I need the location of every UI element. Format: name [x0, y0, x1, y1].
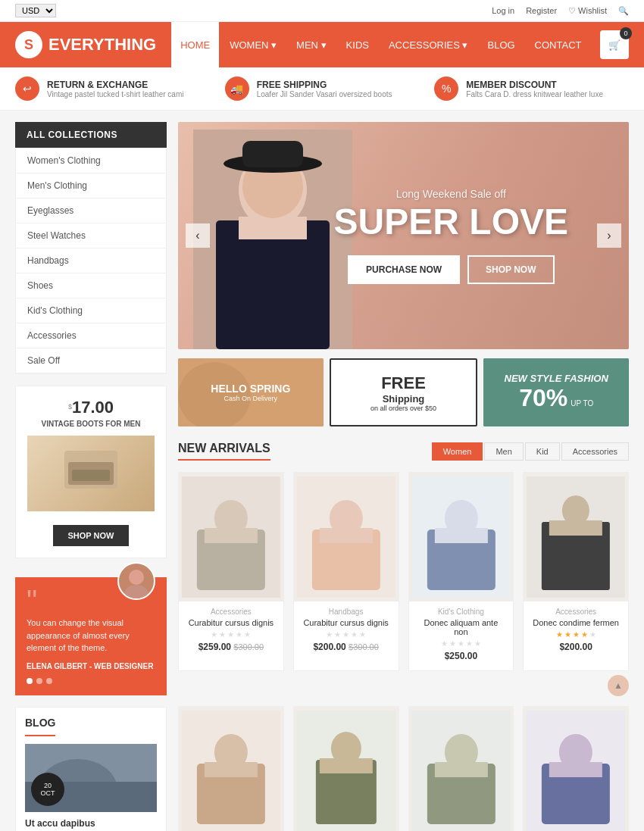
sidebar-sale-off[interactable]: Sale Off [16, 348, 166, 373]
register-link[interactable]: Register [526, 6, 557, 15]
promo-return: ↩ RETURN & EXCHANGE Vintage pastel tucke… [15, 77, 210, 101]
hero-prev-button[interactable]: ‹ [186, 223, 210, 248]
blog-post-date: 20 OCT [31, 773, 64, 806]
svg-rect-41 [320, 758, 373, 773]
main-content: ALL COLLECTIONS Women's Clothing Men's C… [0, 111, 644, 831]
top-bar-actions: Log in Register ♡ Wishlist 🔍 [492, 6, 629, 16]
cart-button[interactable]: 🛒 0 [600, 30, 629, 59]
product-category-2: Handbags [302, 608, 391, 616]
promo-banner-fashion[interactable]: NEW STYLE FASHION 70% UP TO [483, 358, 629, 426]
dot-1[interactable] [27, 678, 33, 684]
purchase-now-button[interactable]: PURCHASE NOW [348, 255, 460, 284]
promo-banner-spring[interactable]: HELLO SPRING Cash On Delivery [178, 358, 324, 426]
nav-men[interactable]: MEN ▾ [287, 22, 336, 67]
nav-women[interactable]: WOMEN ▾ [220, 22, 286, 67]
search-icon[interactable]: 🔍 [618, 6, 629, 16]
svg-rect-10 [216, 220, 330, 349]
product-stars-1: ★★★★★ [186, 630, 276, 639]
testimonial-author: ELENA GILBERT - Web designer [27, 662, 155, 670]
svg-rect-25 [320, 528, 373, 543]
dot-3[interactable] [46, 678, 52, 684]
svg-point-3 [129, 570, 144, 585]
product-name-2: Curabitur cursus dignis [302, 618, 391, 627]
product-card-6[interactable]: Accessories Donec justo condimentu... ★★… [293, 706, 399, 831]
product-stars-3: ★★★★★ [417, 639, 506, 648]
top-bar: USD Log in Register ♡ Wishlist 🔍 [0, 0, 644, 22]
svg-rect-37 [205, 762, 258, 777]
arrivals-tabs: Women Men Kid Accessories [432, 442, 629, 461]
new-arrivals-section: NEW ARRIVALS Women Men Kid Accessories [178, 442, 629, 831]
nav-home[interactable]: HOME [171, 22, 219, 67]
sidebar-handbags[interactable]: Handbags [16, 248, 166, 273]
scroll-top-button[interactable]: ▲ [608, 675, 629, 696]
logo-text: EVERYTHING [48, 35, 156, 55]
hero-subtitle: Long Weekend Sale off [334, 188, 568, 200]
sidebar-steel-watches[interactable]: Steel Watches [16, 223, 166, 248]
product-card-3[interactable]: Kid's Clothing Donec aliquam ante non ★★… [408, 472, 514, 671]
nav-kids[interactable]: KIDS [337, 22, 378, 67]
promo-return-text: RETURN & EXCHANGE Vintage pastel tucked … [47, 79, 183, 98]
svg-point-4 [125, 585, 148, 598]
hero-next-button[interactable]: › [597, 223, 621, 248]
sidebar-shoes[interactable]: Shoes [16, 273, 166, 298]
blog-post-image: 20 OCT [25, 744, 157, 812]
promo-product-title: VINTAGE BOOTS FOR MEN [27, 420, 155, 428]
currency-dropdown[interactable]: USD [15, 4, 56, 17]
scroll-top-area: ▲ [178, 675, 629, 702]
product-info-2: Handbags Curabitur cursus dignis ★★★★★ $… [294, 601, 399, 652]
wishlist-link[interactable]: ♡ Wishlist [568, 6, 607, 16]
shipping-condition: on all orders over $50 [370, 405, 436, 412]
logo[interactable]: S EVERYTHING [15, 31, 156, 58]
product-category-4: Accessories [531, 608, 621, 616]
promo-banner-free-shipping[interactable]: FREE Shipping on all orders over $50 [330, 358, 478, 426]
blog-date-month: OCT [41, 789, 55, 797]
shipping-text: Shipping [370, 393, 436, 405]
nav-accessories[interactable]: ACCESSORIES ▾ [380, 22, 477, 67]
promo-discount: % MEMBER DISCOUNT Falts Cara D. dress kn… [434, 77, 629, 101]
promo-shop-now-button[interactable]: SHOP NOW [53, 525, 130, 546]
svg-rect-21 [205, 528, 258, 543]
collections-header: ALL COLLECTIONS [15, 122, 167, 148]
shipping-icon: 🚚 [225, 77, 249, 101]
product-info-4: Accessories Donec condime fermen ★★★★★ $… [524, 601, 628, 652]
product-card-8[interactable]: Eyeglasses Sample Product ★★★★★ $200.00 … [523, 706, 629, 831]
fashion-title: NEW STYLE FASHION [505, 373, 608, 384]
shop-now-button[interactable]: SHOP NOW [467, 255, 554, 284]
sidebar-eyeglasses[interactable]: Eyeglasses [16, 198, 166, 223]
tab-women[interactable]: Women [432, 442, 483, 461]
sidebar-kids-clothing[interactable]: Kid's Clothing [16, 298, 166, 323]
tab-men[interactable]: Men [484, 442, 523, 461]
product-name-3: Donec aliquam ante non [417, 618, 506, 636]
nav-blog[interactable]: BLOG [478, 22, 524, 67]
svg-rect-33 [549, 520, 602, 536]
fashion-banner-text: NEW STYLE FASHION 70% UP TO [505, 373, 608, 412]
logo-icon: S [15, 31, 42, 58]
product-name-1: Curabitur cursus dignis [186, 618, 276, 627]
product-name-4: Donec condime fermen [531, 618, 621, 627]
sidebar-womens-clothing[interactable]: Women's Clothing [16, 148, 166, 173]
sidebar: ALL COLLECTIONS Women's Clothing Men's C… [15, 122, 167, 831]
product-image-2 [294, 473, 399, 601]
sidebar-mens-clothing[interactable]: Men's Clothing [16, 173, 166, 198]
nav-contact[interactable]: CONTACT [526, 22, 591, 67]
product-card-4[interactable]: Accessories Donec condime fermen ★★★★★ $… [523, 472, 629, 671]
svg-rect-14 [242, 141, 303, 167]
header: S EVERYTHING HOME WOMEN ▾ MEN ▾ KIDS ACC… [0, 22, 644, 67]
free-shipping-text: FREE Shipping on all orders over $50 [370, 373, 436, 412]
product-card-7[interactable]: Accessories Gravida est quis euismod ★★★… [408, 706, 514, 831]
testimonial-block: " You can change the visual appearance o… [15, 577, 167, 695]
svg-rect-29 [434, 528, 487, 543]
tab-kid[interactable]: Kid [525, 442, 560, 461]
product-card-5[interactable]: Kid's Clothing Donec condimentum fer ★★★… [178, 706, 284, 831]
login-link[interactable]: Log in [492, 6, 514, 15]
product-info-3: Kid's Clothing Donec aliquam ante non ★★… [409, 601, 514, 661]
arrivals-header: NEW ARRIVALS Women Men Kid Accessories [178, 442, 629, 461]
product-card-2[interactable]: Handbags Curabitur cursus dignis ★★★★★ $… [293, 472, 399, 671]
product-card-1[interactable]: Accessories Curabitur cursus dignis ★★★★… [178, 472, 284, 671]
currency-selector[interactable]: USD [15, 4, 56, 17]
sidebar-accessories[interactable]: Accessories [16, 323, 166, 348]
svg-rect-45 [434, 762, 487, 777]
dot-2[interactable] [36, 678, 42, 684]
tab-accessories[interactable]: Accessories [561, 442, 629, 461]
fashion-percent: 70% UP TO [505, 384, 608, 412]
